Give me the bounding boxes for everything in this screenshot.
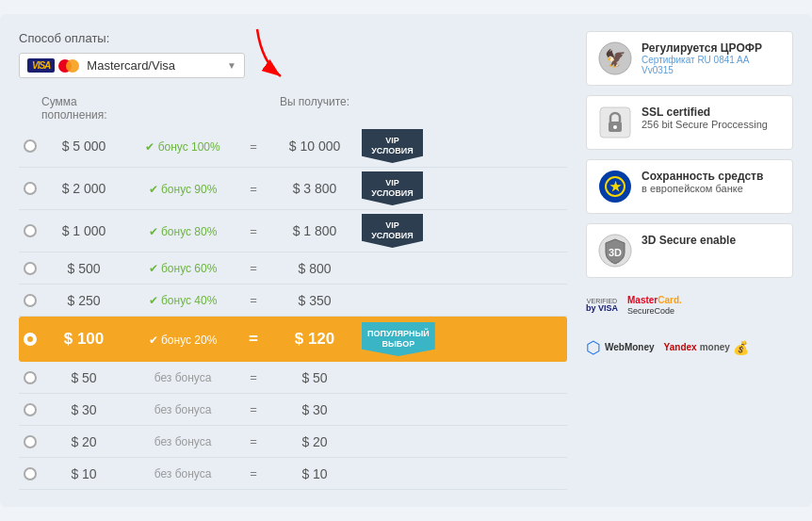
- radio-button[interactable]: [24, 182, 37, 195]
- vip-badge: VIPУСЛОВИЯ: [362, 171, 423, 205]
- mastercard-securecode-logo: MasterCard. SecureCode: [627, 295, 682, 317]
- receive-value: $ 120: [268, 330, 362, 349]
- card-text-ssl: SSL certified256 bit Secure Proccessing: [641, 106, 768, 130]
- right-cards-container: 🦅 Регулируется ЦРОФРСертификат RU 0841 A…: [586, 31, 793, 278]
- receive-value: $ 1 800: [268, 223, 362, 238]
- card-text-tscb: Регулируется ЦРОФРСертификат RU 0841 AA …: [641, 41, 781, 75]
- radio-button[interactable]: [24, 403, 37, 416]
- card-text-3dsecure: 3D Secure enable: [641, 234, 736, 247]
- receive-value: $ 50: [268, 370, 362, 385]
- vip-badge: VIPУСЛОВИЯ: [362, 214, 423, 248]
- left-panel: Способ оплаты: VISA Mastercard/Visa ▼: [19, 31, 567, 490]
- logos-row: VERIFIED by VISA MasterCard. SecureCode: [586, 291, 793, 320]
- receive-value: $ 350: [268, 293, 362, 308]
- radio-button[interactable]: [24, 294, 37, 307]
- receive-value: $ 10: [268, 466, 362, 481]
- yandex-text: Yandex: [664, 342, 697, 352]
- table-row[interactable]: $ 20без бонуса=$ 20: [19, 426, 567, 458]
- radio-button[interactable]: [24, 139, 37, 153]
- dropdown-arrow-icon: ▼: [227, 60, 236, 71]
- table-row[interactable]: $ 30без бонуса=$ 30: [19, 394, 567, 426]
- vip-badge: VIPУСЛОВИЯ: [362, 129, 423, 163]
- svg-text:3D: 3D: [609, 247, 622, 258]
- equals-sign: =: [239, 466, 268, 480]
- receive-value: $ 30: [268, 402, 362, 417]
- equals-sign: =: [239, 182, 268, 196]
- card-subtitle-ssl: 256 bit Secure Proccessing: [641, 119, 768, 130]
- dropdown-text: Mastercard/Visa: [87, 58, 227, 73]
- amount-value: $ 5 000: [41, 138, 126, 154]
- amount-value: $ 500: [41, 261, 126, 276]
- right-panel-card-eu-bank: ★ Сохранность средствв европейском банке: [586, 159, 793, 214]
- card-subtitle-tscb: Сертификат RU 0841 AA Vv0315: [641, 55, 781, 75]
- yandex-icon: 💰: [733, 340, 749, 355]
- webmoney-logo: ⬡ WebMoney: [586, 337, 655, 358]
- bonus-value: ✔ бонус 20%: [126, 333, 239, 347]
- amount-value: $ 30: [41, 402, 126, 417]
- radio-button[interactable]: [24, 224, 37, 237]
- right-panel-card-3dsecure: 3D 3D Secure enable: [586, 223, 793, 278]
- radio-button[interactable]: [24, 371, 37, 384]
- money-text: money: [700, 342, 730, 352]
- bonus-value: ✔ бонус 100%: [126, 139, 239, 154]
- table-row[interactable]: $ 5 000✔ бонус 100%=$ 10 000VIPУСЛОВИЯ: [19, 125, 567, 168]
- bonus-value: ✔ бонус 80%: [126, 224, 239, 238]
- receive-value: $ 10 000: [268, 138, 362, 154]
- svg-point-5: [613, 125, 617, 129]
- table-row[interactable]: $ 50без бонуса=$ 50: [19, 362, 567, 394]
- table-row[interactable]: $ 500✔ бонус 60%=$ 800: [19, 252, 567, 285]
- card-title-3dsecure: 3D Secure enable: [641, 234, 736, 247]
- dropdown-area: VISA Mastercard/Visa ▼: [19, 53, 567, 78]
- card-title-ssl: SSL certified: [641, 106, 768, 119]
- lock-icon: [598, 106, 632, 139]
- bonus-value: без бонуса: [126, 466, 239, 480]
- equals-sign: =: [239, 224, 268, 238]
- table-row[interactable]: $ 100✔ бонус 20%=$ 120ПОПУЛЯРНЫЙВЫБОР: [19, 317, 567, 362]
- mastercard-text: MasterCard.: [627, 295, 682, 306]
- amount-value: $ 10: [41, 466, 126, 481]
- card-icons: VISA: [27, 58, 79, 73]
- equals-sign: =: [239, 293, 268, 307]
- bonus-value: ✔ бонус 60%: [126, 261, 239, 275]
- table-row[interactable]: $ 250✔ бонус 40%=$ 350: [19, 285, 567, 317]
- header-amount: Сумма пополнения:: [41, 95, 126, 122]
- webmoney-text: WebMoney: [605, 342, 655, 352]
- radio-button[interactable]: [24, 435, 37, 448]
- verified-visa-logo: VERIFIED by VISA: [586, 298, 618, 313]
- amount-value: $ 250: [41, 293, 126, 308]
- table-row[interactable]: $ 2 000✔ бонус 90%=$ 3 800VIPУСЛОВИЯ: [19, 168, 567, 210]
- yandex-money-logo: Yandex money 💰: [664, 340, 749, 355]
- by-visa-text: by VISA: [586, 304, 618, 313]
- visa-icon: VISA: [27, 58, 55, 73]
- radio-button[interactable]: [24, 262, 37, 275]
- receive-value: $ 3 800: [268, 181, 362, 196]
- bonus-value: без бонуса: [126, 434, 239, 448]
- right-panel: 🦅 Регулируется ЦРОФРСертификат RU 0841 A…: [586, 31, 793, 490]
- table-row[interactable]: $ 10без бонуса=$ 10: [19, 458, 567, 490]
- amount-value: $ 100: [41, 330, 126, 349]
- card-title-tscb: Регулируется ЦРОФР: [641, 41, 781, 55]
- right-panel-card-tscb: 🦅 Регулируется ЦРОФРСертификат RU 0841 A…: [586, 31, 793, 86]
- receive-value: $ 20: [268, 434, 362, 449]
- equals-sign: =: [239, 434, 268, 448]
- payment-dropdown[interactable]: VISA Mastercard/Visa ▼: [19, 53, 245, 78]
- bonus-value: без бонуса: [126, 402, 239, 416]
- amount-value: $ 20: [41, 434, 126, 449]
- payment-logos-row: ⬡ WebMoney Yandex money 💰: [586, 334, 793, 362]
- popular-badge: ПОПУЛЯРНЫЙВЫБОР: [362, 322, 435, 356]
- webmoney-icon: ⬡: [586, 337, 601, 358]
- amount-value: $ 1 000: [41, 223, 126, 238]
- table-row[interactable]: $ 1 000✔ бонус 80%=$ 1 800VIPУСЛОВИЯ: [19, 210, 567, 252]
- table-rows-container: $ 5 000✔ бонус 100%=$ 10 000VIPУСЛОВИЯ$ …: [19, 125, 567, 490]
- equals-sign: =: [239, 330, 268, 349]
- equals-sign: =: [239, 402, 268, 416]
- right-panel-card-ssl: SSL certified256 bit Secure Proccessing: [586, 95, 793, 150]
- card-text-eu-bank: Сохранность средствв европейском банке: [641, 170, 763, 194]
- bonus-value: ✔ бонус 40%: [126, 293, 239, 307]
- amount-value: $ 50: [41, 370, 126, 385]
- equals-sign: =: [239, 370, 268, 384]
- radio-button[interactable]: [24, 467, 37, 480]
- radio-button[interactable]: [24, 333, 37, 346]
- svg-text:★: ★: [609, 179, 622, 194]
- eagle-icon: 🦅: [598, 41, 632, 75]
